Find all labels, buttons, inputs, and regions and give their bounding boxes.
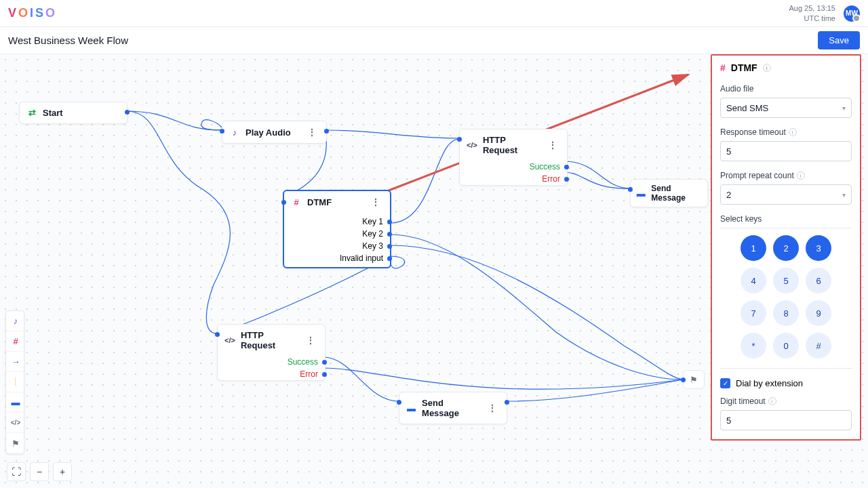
hash-icon: # xyxy=(720,62,726,73)
node-start[interactable]: ⇄ Start xyxy=(19,102,127,124)
key-2[interactable]: 2 xyxy=(773,235,799,261)
prompt-repeat-label: Prompt repeat count xyxy=(720,171,794,180)
key-8[interactable]: 8 xyxy=(773,300,799,326)
tool-message[interactable]: ▬ xyxy=(6,392,25,413)
tool-audio[interactable]: ♪ xyxy=(6,311,25,331)
key-0[interactable]: 0 xyxy=(773,333,799,359)
node-http-request-2[interactable]: </> HTTP Request ⋮ Success Error xyxy=(217,324,326,381)
side-toolbar: ♪ # → ⦚ ▬ </> ⚑ xyxy=(5,310,24,454)
node-label: Send Message xyxy=(422,398,479,418)
tool-dtmf[interactable]: # xyxy=(6,331,25,352)
panel-title: # DTMF i xyxy=(720,62,852,73)
flow-canvas[interactable]: ⇄ Start ♪ Play Audio ⋮ </> HTTP Request … xyxy=(0,54,868,488)
tool-http[interactable]: </> xyxy=(6,413,25,433)
response-timeout-input[interactable] xyxy=(720,141,852,161)
prompt-repeat-select[interactable]: 2 ▾ xyxy=(720,184,852,205)
sub-header: West Business Week Flow Save xyxy=(0,27,868,54)
save-button[interactable]: Save xyxy=(818,31,860,49)
node-send-message-2[interactable]: ▬ Send Message ⋮ xyxy=(399,392,507,424)
key-#[interactable]: # xyxy=(806,333,831,359)
key-6[interactable]: 6 xyxy=(806,268,831,293)
code-icon: </> xyxy=(224,336,235,344)
node-menu-icon[interactable]: ⋮ xyxy=(485,403,500,413)
flag-icon: ⚑ xyxy=(690,375,698,385)
start-icon: ⇄ xyxy=(26,108,37,118)
avatar[interactable]: MW xyxy=(844,5,860,22)
hash-icon: # xyxy=(291,197,302,207)
node-label: Start xyxy=(43,108,63,118)
digit-timeout-label: Digit timeout xyxy=(720,396,766,406)
audio-file-select[interactable]: Send SMS ▾ xyxy=(720,98,852,118)
dial-by-extension-checkbox[interactable]: ✓ Dial by extension xyxy=(720,378,852,388)
info-icon[interactable]: i xyxy=(789,128,797,136)
node-label: HTTP Request xyxy=(483,135,540,155)
top-header: VOISO Aug 25, 13:15 UTC time MW xyxy=(0,0,868,27)
tool-end[interactable]: ⚑ xyxy=(6,433,25,453)
tool-route[interactable]: → xyxy=(6,352,25,372)
output-success: Success xyxy=(288,357,318,367)
key-5[interactable]: 5 xyxy=(773,268,799,293)
node-send-message-1[interactable]: ▬ Send Message xyxy=(630,179,708,207)
logo: VOISO xyxy=(8,6,57,20)
music-icon: ♪ xyxy=(229,127,240,138)
info-icon[interactable]: i xyxy=(763,64,771,72)
node-http-request-1[interactable]: </> HTTP Request ⋮ Success Error xyxy=(459,129,568,186)
info-icon[interactable]: i xyxy=(797,171,805,180)
zoom-out-button[interactable]: − xyxy=(30,462,49,481)
date-line: Aug 25, 13:15 xyxy=(789,3,835,13)
key-7[interactable]: 7 xyxy=(741,300,766,326)
fullscreen-button[interactable]: ⛶ xyxy=(7,462,26,481)
tool-broadcast[interactable]: ⦚ xyxy=(6,372,25,392)
message-icon: ▬ xyxy=(636,188,646,199)
node-dtmf[interactable]: # DTMF ⋮ Key 1 Key 2 Key 3 Invalid input xyxy=(283,190,391,268)
page-title: West Business Week Flow xyxy=(8,35,128,46)
info-icon[interactable]: i xyxy=(768,397,776,405)
datetime-block: Aug 25, 13:15 UTC time xyxy=(789,3,835,23)
key-*[interactable]: * xyxy=(741,333,766,359)
output-invalid: Invalid input xyxy=(340,253,383,263)
output-key3: Key 3 xyxy=(362,241,383,251)
node-menu-icon[interactable]: ⋮ xyxy=(303,335,318,346)
key-4[interactable]: 4 xyxy=(741,268,766,293)
node-menu-icon[interactable]: ⋮ xyxy=(368,197,383,207)
output-key2: Key 2 xyxy=(362,229,383,239)
response-timeout-label: Response timeout xyxy=(720,127,786,137)
node-play-audio[interactable]: ♪ Play Audio ⋮ xyxy=(222,121,327,144)
node-end[interactable]: ⚑ xyxy=(683,370,705,389)
header-right: Aug 25, 13:15 UTC time MW xyxy=(789,3,860,23)
output-success: Success xyxy=(530,162,560,171)
dtmf-properties-panel: # DTMF i Audio file Send SMS ▾ Response … xyxy=(711,54,861,441)
key-9[interactable]: 9 xyxy=(806,300,831,326)
node-label: DTMF xyxy=(307,197,332,207)
node-label: Play Audio xyxy=(245,127,291,138)
digit-timeout-input[interactable] xyxy=(720,410,852,430)
chevron-down-icon: ▾ xyxy=(842,104,846,112)
output-error: Error xyxy=(542,174,560,184)
zoom-controls: ⛶ − + xyxy=(7,462,72,481)
node-label: Send Message xyxy=(651,184,702,203)
keypad: 123456789*0# xyxy=(720,235,852,359)
output-error: Error xyxy=(300,369,318,379)
chevron-down-icon: ▾ xyxy=(842,191,846,199)
node-menu-icon[interactable]: ⋮ xyxy=(304,127,319,138)
tz-line: UTC time xyxy=(789,14,835,23)
audio-file-label: Audio file xyxy=(720,84,852,94)
output-key1: Key 1 xyxy=(362,217,383,226)
node-menu-icon[interactable]: ⋮ xyxy=(545,140,560,150)
key-3[interactable]: 3 xyxy=(806,235,831,261)
message-icon: ▬ xyxy=(406,403,416,413)
select-keys-label: Select keys xyxy=(720,214,852,224)
code-icon: </> xyxy=(467,141,477,149)
checkbox-checked-icon: ✓ xyxy=(720,378,730,388)
zoom-in-button[interactable]: + xyxy=(53,462,72,481)
key-1[interactable]: 1 xyxy=(741,235,766,261)
node-label: HTTP Request xyxy=(241,330,298,350)
